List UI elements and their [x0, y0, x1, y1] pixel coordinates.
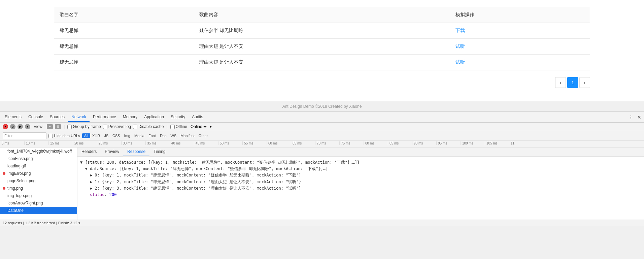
hide-data-urls-label[interactable]: Hide data URLs	[48, 134, 80, 138]
type-btn-xhr[interactable]: XHR	[90, 133, 102, 138]
file-item[interactable]: IconFinsh.png	[0, 155, 77, 162]
col-header-content: 歌曲内容	[194, 7, 450, 23]
type-btn-manifest[interactable]: Manifest	[178, 133, 197, 138]
record-btn[interactable]: ●	[3, 124, 8, 129]
col-header-action: 模拟操作	[450, 7, 590, 23]
timeline-tick: 45 ms	[194, 141, 218, 145]
timeline-tick: 65 ms	[291, 141, 315, 145]
file-item[interactable]: DataOne	[0, 207, 77, 214]
detail-tab-headers[interactable]: Headers	[77, 148, 101, 156]
group-by-frame-checkbox[interactable]	[67, 125, 72, 129]
timeline-tick: 10 ms	[24, 141, 48, 145]
timeline-tick: 105 ms	[485, 141, 509, 145]
file-list: font_148784_v4ggb6wrjmkotj4i.woffIconFin…	[0, 148, 77, 220]
cell-content-2: 理由太短 是让人不安	[194, 55, 450, 70]
file-dot	[3, 202, 5, 204]
timeline-tick: 11	[509, 141, 533, 145]
file-name: pageSelect.png	[7, 179, 35, 183]
devtools-tabs: Elements Console Sources Network Perform…	[0, 112, 644, 123]
status-bar: 12 requests | 1.2 KB transferred | Finis…	[0, 220, 644, 226]
view-list-icon[interactable]: ≡	[47, 124, 53, 129]
file-name: DataOne	[7, 208, 24, 213]
cell-action-0[interactable]: 下载	[450, 23, 590, 39]
type-btn-img[interactable]: Img	[122, 133, 132, 138]
tab-elements[interactable]: Elements	[1, 112, 25, 122]
file-item[interactable]: IconArrowRight.png	[0, 199, 77, 207]
response-content: ▼ {status: 200, dataSource: [{key: 1, mo…	[77, 157, 644, 201]
detail-tab-timing[interactable]: Timing	[149, 148, 170, 156]
type-btn-media[interactable]: Media	[132, 133, 146, 138]
view-label: View:	[34, 124, 43, 129]
file-dot	[3, 150, 5, 153]
tab-security[interactable]: Security	[167, 112, 189, 122]
detail-panel: Headers Preview Response Timing ▼ {statu…	[77, 148, 644, 220]
file-item[interactable]: loading.gif	[0, 162, 77, 170]
file-dot	[3, 209, 5, 212]
cell-action-2[interactable]: 试听	[450, 55, 590, 70]
timeline-tick: 70 ms	[315, 141, 339, 145]
detail-tab-response[interactable]: Response	[123, 148, 149, 156]
offline-checkbox[interactable]	[170, 125, 175, 129]
response-line: ▼ dataSource: [{key: 1, mockTitle: "肆无忌惮…	[80, 166, 641, 172]
timeline-tick: 20 ms	[73, 141, 97, 145]
timeline-tick: 30 ms	[121, 141, 145, 145]
detail-tab-preview[interactable]: Preview	[101, 148, 123, 156]
type-btn-all[interactable]: All	[82, 133, 90, 138]
file-name: IconFinsh.png	[7, 156, 33, 161]
file-item[interactable]: timg.png	[0, 185, 77, 192]
filter-btn[interactable]: ▼	[25, 124, 30, 129]
preserve-log-label[interactable]: Preserve log	[103, 124, 131, 129]
tab-audits[interactable]: Audits	[189, 112, 206, 122]
type-btn-doc[interactable]: Doc	[158, 133, 169, 138]
cell-name-1: 肆无忌惮	[54, 39, 194, 55]
disable-cache-checkbox[interactable]	[133, 125, 137, 129]
devtools-panel: Elements Console Sources Network Perform…	[0, 111, 644, 226]
footer-text: Ant Design Demo ©2018 Created by Xiaohe	[0, 101, 644, 111]
next-page-btn[interactable]: ›	[579, 77, 590, 88]
tab-memory[interactable]: Memory	[120, 112, 141, 122]
group-by-frame-label[interactable]: Group by frame	[67, 124, 101, 129]
file-item[interactable]: font_148784_v4ggb6wrjmkotj4i.woff	[0, 148, 77, 155]
current-page-btn[interactable]: 1	[567, 77, 578, 88]
timeline-tick: 55 ms	[242, 141, 267, 145]
hide-data-urls-checkbox[interactable]	[48, 134, 53, 138]
timeline-tick: 50 ms	[218, 141, 242, 145]
file-name: ImgError.png	[7, 171, 31, 176]
tab-application[interactable]: Application	[141, 112, 167, 122]
devtools-controls: ● ⊘ ▶ ▼ View: ≡ ⊞ | Group by frame Prese…	[0, 123, 644, 131]
type-btn-font[interactable]: Font	[146, 133, 158, 138]
file-dot	[3, 157, 5, 160]
type-btn-other[interactable]: Other	[197, 133, 210, 138]
file-name: font_148784_v4ggb6wrjmkotj4i.woff	[7, 149, 72, 154]
type-btn-js[interactable]: JS	[102, 133, 110, 138]
cell-action-1[interactable]: 试听	[450, 39, 590, 55]
timeline-ruler: 5 ms10 ms15 ms20 ms25 ms30 ms35 ms40 ms4…	[0, 141, 644, 148]
preserve-log-checkbox[interactable]	[103, 125, 107, 129]
tab-performance[interactable]: Performance	[90, 112, 120, 122]
devtools-header-right: ⋮ ✕	[627, 113, 643, 121]
file-name: loading.gif	[7, 164, 26, 168]
screenshot-btn[interactable]: ▶	[18, 124, 23, 129]
file-item[interactable]: img_logo.png	[0, 192, 77, 199]
file-item[interactable]: pageSelect.png	[0, 177, 77, 185]
disable-cache-label[interactable]: Disable cache	[133, 124, 164, 129]
timeline-tick: 35 ms	[145, 141, 170, 145]
close-devtools-btn[interactable]: ✕	[636, 113, 643, 121]
more-tools-icon[interactable]: ⋮	[627, 113, 635, 121]
type-btn-ws[interactable]: WS	[168, 133, 178, 138]
cell-name-0: 肆无忌惮	[54, 23, 194, 39]
table-row: 肆无忌惮 疑信参半 却无比期盼 下载	[54, 23, 590, 39]
online-select[interactable]: Online	[189, 124, 208, 129]
filter-input[interactable]	[3, 132, 46, 139]
tab-console[interactable]: Console	[25, 112, 46, 122]
offline-label[interactable]: Offline	[170, 124, 187, 129]
response-line: ▶ 1: {key: 2, mockTitle: "肆无忌惮", mockCon…	[80, 179, 641, 185]
prev-page-btn[interactable]: ‹	[555, 77, 566, 88]
tab-sources[interactable]: Sources	[46, 112, 68, 122]
file-item[interactable]: ImgError.png	[0, 170, 77, 177]
timeline-tick: 80 ms	[364, 141, 388, 145]
type-btn-css[interactable]: CSS	[110, 133, 122, 138]
clear-btn[interactable]: ⊘	[10, 124, 15, 129]
view-grid-icon[interactable]: ⊞	[55, 124, 61, 129]
tab-network[interactable]: Network	[68, 112, 90, 122]
